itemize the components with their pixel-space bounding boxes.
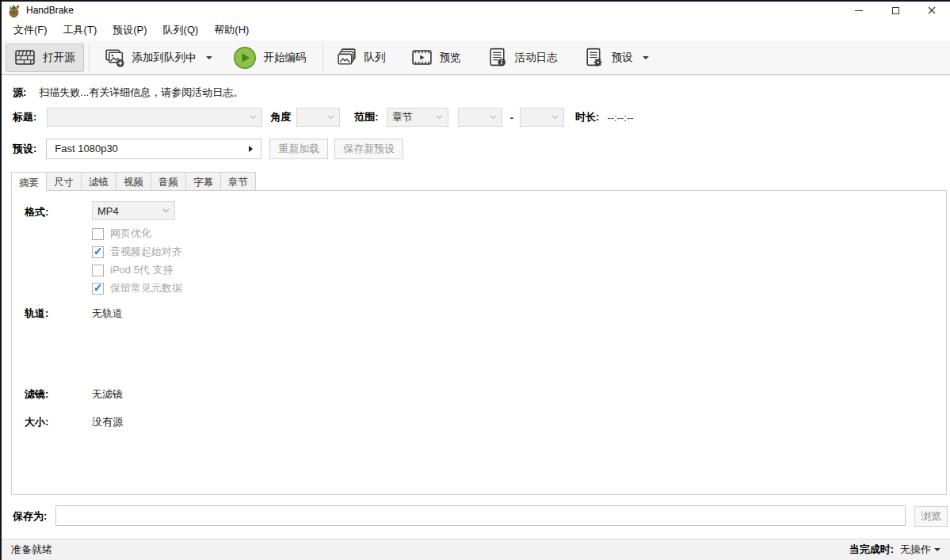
angle-dropdown[interactable] xyxy=(296,108,340,127)
save-new-preset-button[interactable]: 保存新预设 xyxy=(334,139,403,159)
filters-value: 无滤镜 xyxy=(92,387,123,402)
toolbar-separator xyxy=(89,44,90,72)
tracks-value: 无轨道 xyxy=(92,307,123,321)
source-status-message: 扫描失败...有关详细信息，请参阅活动日志。 xyxy=(39,86,243,100)
title-label: 标题: xyxy=(13,110,36,124)
preview-icon xyxy=(411,47,433,68)
checkbox-label: iPod 5代 支持 xyxy=(110,263,173,277)
when-done-value: 无操作 xyxy=(900,543,931,557)
checkbox-box: ✓ xyxy=(92,283,104,295)
checkbox-label: 音视频起始对齐 xyxy=(110,245,182,259)
range-label: 范围: xyxy=(354,110,378,124)
checkbox-box: ✓ xyxy=(92,246,104,258)
toolbar: 打开源 添加到队列中 开始编码 xyxy=(2,40,950,75)
when-done-label: 当完成时: xyxy=(849,543,894,557)
save-path-input[interactable] xyxy=(55,505,906,526)
menu-help[interactable]: 帮助(H) xyxy=(206,20,257,40)
title-row: 标题: 角度 范围: 章节 - 时长: --:--:-- xyxy=(2,107,950,128)
start-encode-button[interactable]: 开始编码 xyxy=(225,44,315,72)
add-to-queue-icon xyxy=(104,47,125,68)
summary-panel: 格式: MP4 网页优化 ✓ 音视频起始对齐 iPod 5代 支持 ✓ 保留常见… xyxy=(11,190,947,495)
minimize-button[interactable] xyxy=(841,2,877,19)
maximize-icon xyxy=(892,7,899,14)
save-as-row: 保存为: 浏览 xyxy=(2,505,950,527)
tab-audio[interactable]: 音频 xyxy=(151,172,186,191)
preset-row: 预设: Fast 1080p30 重新加载 保存新预设 xyxy=(2,138,950,159)
chevron-down-icon xyxy=(162,208,170,213)
tab-summary[interactable]: 摘要 xyxy=(11,172,47,192)
add-to-queue-button[interactable]: 添加到队列中 xyxy=(96,44,220,72)
add-to-queue-label: 添加到队列中 xyxy=(132,51,196,65)
clapperboard-icon xyxy=(14,47,36,68)
chevron-down-icon xyxy=(206,56,212,59)
range-type-dropdown[interactable]: 章节 xyxy=(387,108,448,127)
format-label: 格式: xyxy=(25,205,48,219)
checkbox-label: 网页优化 xyxy=(110,227,151,241)
menu-tools[interactable]: 工具(T) xyxy=(55,20,105,40)
source-label: 源: xyxy=(13,86,26,100)
chevron-right-icon xyxy=(249,146,253,152)
presets-toolbar-label: 预设 xyxy=(612,51,633,65)
reload-preset-button[interactable]: 重新加载 xyxy=(269,139,328,159)
tab-filters[interactable]: 滤镜 xyxy=(81,172,116,191)
preset-dropdown-value: Fast 1080p30 xyxy=(55,143,118,154)
angle-label: 角度 xyxy=(270,110,291,124)
check-icon: ✓ xyxy=(93,282,103,293)
tab-chapters[interactable]: 章节 xyxy=(220,172,256,191)
close-button[interactable] xyxy=(914,2,950,19)
range-type-value: 章节 xyxy=(392,110,413,124)
duration-value: --:--:-- xyxy=(607,112,633,124)
preset-dropdown[interactable]: Fast 1080p30 xyxy=(46,139,261,159)
browse-button[interactable]: 浏览 xyxy=(914,506,948,527)
tab-video[interactable]: 视频 xyxy=(116,172,151,191)
queue-button[interactable]: 队列 xyxy=(328,44,394,72)
status-bar: 准备就绪 当完成时: 无操作 xyxy=(2,539,950,560)
range-end-dropdown[interactable] xyxy=(520,108,564,127)
when-done-dropdown[interactable]: 无操作 xyxy=(900,543,940,557)
checkbox-label: 保留常见元数据 xyxy=(110,281,182,295)
size-label: 大小: xyxy=(25,415,48,429)
activity-log-label: 活动日志 xyxy=(515,51,558,65)
chevron-down-icon xyxy=(250,115,257,120)
presets-toolbar-button[interactable]: 预设 xyxy=(575,44,657,72)
chevron-down-icon xyxy=(643,56,649,59)
handbrake-window: HandBrake 文件(F) 工具(T) 预设(P) 队列(Q) 帮助(H) … xyxy=(0,0,950,560)
tab-strip: 摘要 尺寸 滤镜 视频 音频 字幕 章节 xyxy=(11,172,255,192)
tab-dimensions[interactable]: 尺寸 xyxy=(46,172,82,191)
minimize-icon xyxy=(855,10,863,11)
checkbox-box xyxy=(92,228,104,240)
title-dropdown[interactable] xyxy=(47,108,262,127)
menu-file[interactable]: 文件(F) xyxy=(6,20,55,40)
duration-label: 时长: xyxy=(575,110,599,124)
open-source-label: 打开源 xyxy=(43,51,75,65)
open-source-button[interactable]: 打开源 xyxy=(6,44,84,72)
format-dropdown-value: MP4 xyxy=(97,205,119,217)
preview-button[interactable]: 预览 xyxy=(403,44,469,72)
menu-bar: 文件(F) 工具(T) 预设(P) 队列(Q) 帮助(H) xyxy=(2,19,950,40)
format-dropdown[interactable]: MP4 xyxy=(92,201,175,220)
check-icon: ✓ xyxy=(93,246,103,257)
av-align-checkbox[interactable]: ✓ 音视频起始对齐 xyxy=(92,245,182,259)
maximize-button[interactable] xyxy=(877,2,914,19)
tracks-label: 轨道: xyxy=(25,307,48,321)
title-bar: HandBrake xyxy=(2,2,950,19)
start-encode-label: 开始编码 xyxy=(264,51,307,65)
metadata-checkbox[interactable]: ✓ 保留常见元数据 xyxy=(92,281,182,295)
chevron-down-icon xyxy=(490,115,497,120)
activity-log-icon xyxy=(486,47,508,68)
menu-queue[interactable]: 队列(Q) xyxy=(155,20,207,40)
toolbar-separator xyxy=(322,44,323,72)
range-start-dropdown[interactable] xyxy=(458,108,502,127)
ipod-support-checkbox[interactable]: iPod 5代 支持 xyxy=(92,263,173,277)
window-title: HandBrake xyxy=(26,5,74,16)
menu-presets[interactable]: 预设(P) xyxy=(105,20,155,40)
preview-label: 预览 xyxy=(440,51,461,65)
chevron-down-icon xyxy=(934,548,940,551)
size-value: 没有源 xyxy=(92,415,123,429)
chevron-down-icon xyxy=(436,115,443,120)
tab-subtitles[interactable]: 字幕 xyxy=(185,172,221,191)
activity-log-button[interactable]: 活动日志 xyxy=(479,44,566,72)
chevron-down-icon xyxy=(327,115,334,120)
range-separator: - xyxy=(510,112,513,124)
web-optimized-checkbox[interactable]: 网页优化 xyxy=(92,227,151,241)
